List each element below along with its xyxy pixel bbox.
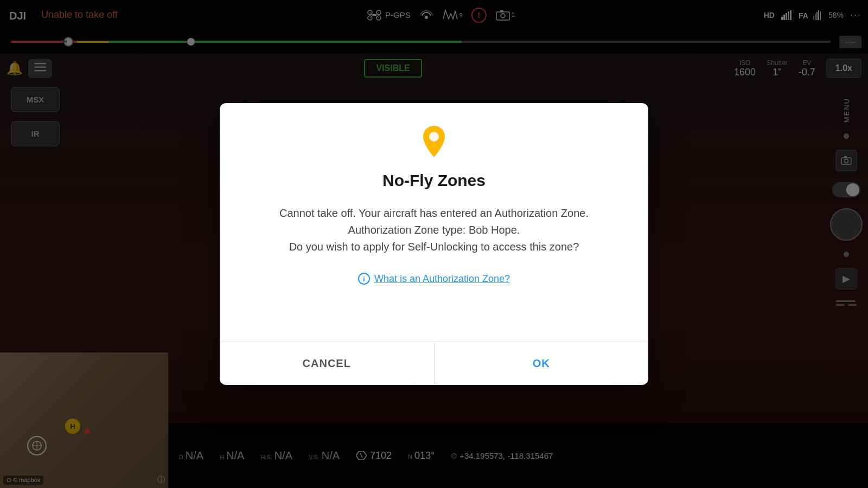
modal-message-line3: Do you wish to apply for Self-Unlocking … [289, 241, 579, 253]
no-fly-zones-dialog: No-Fly Zones Cannot take off. Your aircr… [220, 103, 648, 385]
modal-title: No-Fly Zones [382, 171, 486, 190]
authorization-link-row: i What is an Authorization Zone? [358, 273, 510, 285]
modal-message: Cannot take off. Your aircraft has enter… [279, 205, 589, 255]
cancel-button[interactable]: CANCEL [220, 342, 435, 385]
modal-message-line1: Cannot take off. Your aircraft has enter… [279, 207, 589, 219]
location-pin-icon [420, 125, 448, 163]
pin-svg [420, 125, 448, 158]
info-circle-icon: i [358, 273, 370, 285]
ok-button[interactable]: OK [435, 342, 649, 385]
authorization-zone-link[interactable]: What is an Authorization Zone? [374, 273, 510, 285]
modal-message-line2: Authorization Zone type: Bob Hope. [348, 224, 520, 236]
modal-footer: CANCEL OK [220, 342, 648, 385]
modal-body: No-Fly Zones Cannot take off. Your aircr… [220, 103, 648, 342]
svg-point-36 [429, 132, 439, 142]
modal-overlay: No-Fly Zones Cannot take off. Your aircr… [0, 0, 868, 488]
